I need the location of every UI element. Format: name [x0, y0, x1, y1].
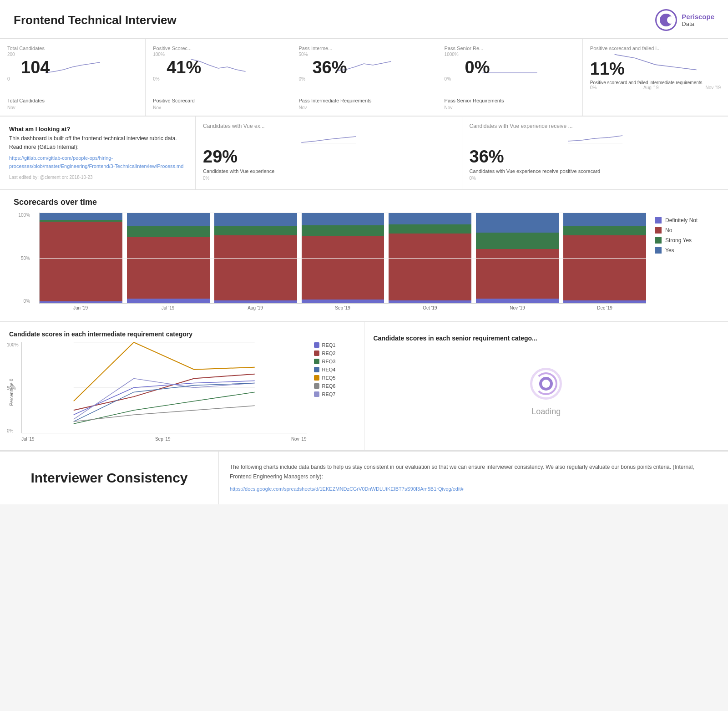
footer-left: Interviewer Consistency — [0, 452, 218, 504]
loading-text: Loading — [531, 407, 561, 416]
metric-label-5: Positive scorecard and failed i... — [590, 46, 721, 51]
metrics-row: Total Candidates 200 0 104 Total Candida… — [0, 39, 728, 117]
vue-range-2: 0% — [470, 176, 721, 181]
vue-label-1: Candidates with Vue ex... — [203, 123, 455, 129]
bar-seg-no — [302, 236, 384, 300]
footer-link[interactable]: https://docs.google.com/spreadsheets/d/1… — [230, 485, 717, 493]
info-read-more: Read more (GitLab Internal): — [9, 144, 79, 150]
bar-seg-yes — [476, 213, 559, 233]
vue-card-2: Candidates with Vue experience receive .… — [462, 117, 728, 189]
req-dot-2 — [314, 350, 319, 356]
req-legend-5: REQ5 — [314, 375, 355, 381]
legend-item-strong-yes: Strong Yes — [655, 237, 714, 244]
legend-item-definitely-not: Definitely Not — [655, 217, 714, 223]
senior-chart-section: Candidate scores in each senior requirem… — [364, 322, 728, 450]
footer-right: The following charts include data bands … — [218, 452, 728, 504]
bar-seg-no — [214, 235, 297, 300]
header: Frontend Technical Interview Periscope D… — [0, 0, 728, 39]
bar-seg-yes — [389, 213, 471, 224]
req-dot-7 — [314, 391, 319, 397]
footer-description: The following charts include data bands … — [230, 462, 717, 481]
vue-sparkline-1 — [203, 131, 455, 145]
grid-50 — [40, 258, 646, 259]
spinner-eye — [542, 380, 550, 388]
bar-seg-strong-yes — [302, 225, 384, 236]
y-axis: 100% 50% 0% — [14, 213, 30, 304]
scorecards-section: Scorecards over time 100% 50% 0% — [0, 190, 728, 322]
metric-date-2: Nov — [153, 105, 283, 110]
metric-pass-senior: Pass Senior Re... 1000% 0% 0% Pass Senio… — [437, 39, 583, 116]
metric-label-2: Positive Scorec... — [153, 46, 283, 51]
vue-card-1: Candidates with Vue ex... 29% Candidates… — [196, 117, 462, 189]
req-dot-3 — [314, 359, 319, 364]
spinner-center — [539, 377, 553, 391]
info-box: What am I looking at? This dashboard is … — [0, 117, 196, 189]
senior-chart-title: Candidate scores in each senior requirem… — [374, 335, 719, 342]
req-legend-7: REQ7 — [314, 391, 355, 397]
bars-container — [39, 213, 646, 304]
legend-item-yes: Yes — [655, 247, 714, 254]
req-dot-6 — [314, 383, 319, 389]
metric-desc-2: Positive Scorecard — [153, 98, 283, 103]
page: Frontend Technical Interview Periscope D… — [0, 0, 728, 504]
vue-desc-1: Candidates with Vue experience — [203, 168, 455, 174]
bar-seg-definitely-not — [302, 300, 384, 303]
bar-seg-definitely-not — [476, 299, 559, 303]
metric-positive-failed: Positive scorecard and failed i... 11% P… — [583, 39, 728, 116]
bar-seg-no — [389, 234, 471, 300]
sparkline-4 — [445, 57, 575, 75]
req-legend-2: REQ2 — [314, 350, 355, 356]
metric-date-3: Nov — [298, 105, 429, 110]
intermediate-chart-section: Candidate scores in each intermediate re… — [0, 322, 364, 450]
bar-seg-no — [127, 237, 210, 299]
grid-100 — [40, 213, 646, 213]
req-dot-5 — [314, 375, 319, 381]
line-chart-wrap: 100% 50% 0% — [21, 342, 307, 442]
bar-seg-yes — [214, 213, 297, 226]
bar-seg-definitely-not — [40, 301, 122, 303]
scorecards-chart-container: 100% 50% 0% — [14, 213, 714, 310]
line-chart-layout: Percentage 0 100% 50% 0% — [9, 342, 355, 442]
loading-spinner-container — [530, 368, 562, 400]
legend-color-definitely-not — [655, 217, 662, 223]
bar-seg-definitely-not — [127, 299, 210, 303]
bar-seg-definitely-not — [214, 300, 297, 303]
logo-inner-icon — [660, 14, 672, 26]
periscope-logo-icon — [655, 9, 677, 31]
bar-seg-yes — [40, 213, 122, 220]
req-legend-4: REQ4 — [314, 367, 355, 372]
bar-seg-yes — [302, 213, 384, 225]
metric-label-4: Pass Senior Re... — [445, 46, 575, 51]
bar-seg-yes — [127, 213, 210, 226]
metric-desc-1: Total Candidates — [7, 98, 138, 103]
bar-seg-no — [476, 249, 559, 299]
bar-seg-no — [563, 235, 646, 300]
bar-seg-strong-yes — [214, 226, 297, 235]
bar-seg-definitely-not — [563, 300, 646, 303]
info-vue-row: What am I looking at? This dashboard is … — [0, 117, 728, 190]
metric-desc-5: Positive scorecard and failed intermedia… — [590, 80, 721, 85]
loading-area: Loading — [530, 346, 562, 437]
vue-range-1: 0% — [203, 176, 455, 181]
metric-positive-scorecard: Positive Scorec... 100% 0% 41% Positive … — [146, 39, 291, 116]
req-legend-1: REQ1 — [314, 342, 355, 348]
info-heading: What am I looking at? — [9, 126, 70, 132]
vue-label-2: Candidates with Vue experience receive .… — [470, 123, 721, 129]
bar-seg-strong-yes — [563, 226, 646, 235]
metric-label-1: Total Candidates — [7, 46, 138, 51]
vue-sparkline-2 — [470, 131, 721, 145]
req-dot-1 — [314, 342, 319, 348]
metric-label-3: Pass Interme... — [298, 46, 429, 51]
vue-desc-2: Candidates with Vue experience receive p… — [470, 168, 721, 174]
interviewer-consistency-title: Interviewer Consistency — [30, 470, 187, 486]
legend-color-yes — [655, 247, 662, 254]
info-link[interactable]: https://gitlab.com/gitlab-com/people-ops… — [9, 154, 186, 170]
metric-desc-4: Pass Senior Requirements — [445, 98, 575, 103]
metric-date-1: Nov — [7, 105, 138, 110]
intermediate-chart-title: Candidate scores in each intermediate re… — [9, 330, 355, 338]
bar-seg-definitely-not — [389, 300, 471, 303]
req-legend: REQ1 REQ2 REQ3 REQ4 — [314, 342, 355, 442]
legend-color-strong-yes — [655, 237, 662, 244]
bar-seg-strong-yes — [389, 224, 471, 234]
metric-desc-3: Pass Intermediate Requirements — [298, 98, 429, 103]
